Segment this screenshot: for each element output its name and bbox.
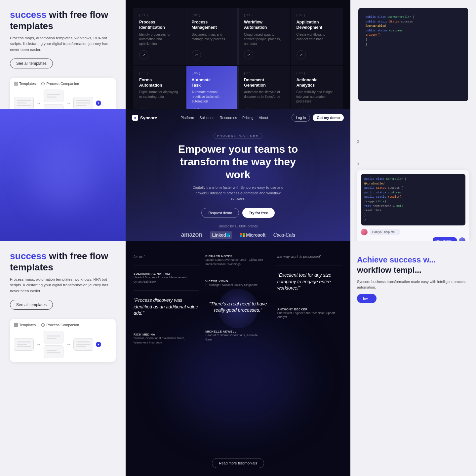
- invest-button[interactable]: Inv...: [357, 294, 377, 303]
- template-card-app-dev[interactable]: { 04 } ApplicationDevelopment Create wor…: [291, 8, 343, 65]
- headline-accent: success: [10, 10, 47, 20]
- top-left-description: Process maps, automation templates, work…: [10, 35, 116, 53]
- bottom-templates-card: Templates Process Companion →: [10, 319, 116, 362]
- step-1-num: 1: [357, 117, 469, 121]
- bottom-flow-box-2: [44, 331, 63, 343]
- syncore-nav-links: Platform Solutions Resources Pricing Abo…: [180, 116, 268, 120]
- numbered-steps: 1 2 3: [357, 117, 469, 166]
- cocacola-logo: Coca-Cola: [273, 232, 295, 238]
- bottom-flow-arrow-2: →: [66, 342, 71, 347]
- divider-3: [134, 326, 199, 326]
- flow-box-4: [73, 97, 93, 109]
- bottom-left-headline: success with free flow templates: [10, 251, 116, 273]
- mid-right-panel: 1 2 3 public class Controller { @AuraEna…: [350, 109, 476, 241]
- syncore-nav-buttons: Log in Get my demo: [292, 114, 344, 122]
- brand-logos: amazon Linkedin Microsoft Coca-Cola: [181, 231, 295, 239]
- code-editor-ide: public class Controller { @AuraEnabled p…: [361, 174, 465, 225]
- author-victor: VICTOR KONG IT Manager, National Gallery…: [205, 280, 270, 287]
- testimonials-section: for us." SULAIMAN AL HATTALI Head of Bus…: [126, 241, 350, 476]
- syncore-hero-content: PROCESS PLATFORM Empower your teams to t…: [126, 126, 350, 241]
- get-demo-button[interactable]: Get my demo: [313, 114, 344, 121]
- template-card-icon-3: ↗: [244, 50, 253, 60]
- top-left-headline: success with free flow templates: [10, 9, 116, 31]
- svg-rect-2: [14, 84, 16, 85]
- template-card-workflow[interactable]: { 03 } WorkflowAutomation Cloud-based ap…: [238, 8, 290, 65]
- testimonial-col-1: for us." SULAIMAN AL HATTALI Head of Bus…: [134, 255, 199, 445]
- featured-quote: "There's a real need to have really good…: [205, 301, 270, 314]
- bottom-tab-templates[interactable]: Templates: [14, 323, 36, 327]
- syncore-hero-section: ■ Syncore Platform Solutions Resources P…: [126, 109, 350, 241]
- author-anthony: ANTHONY BECKER SharePoint Engineer and T…: [277, 308, 342, 319]
- flow-arrow-1: →: [36, 100, 41, 106]
- see-all-button[interactable]: See all templates: [10, 59, 53, 68]
- syncore-logo-icon: ■: [132, 115, 138, 121]
- flow-box-1: [14, 97, 34, 109]
- bottom-flow-box-3: [44, 345, 63, 358]
- divider-2: [134, 290, 199, 291]
- amazon-logo: amazon: [181, 231, 202, 238]
- flow-arrow-2: →: [66, 100, 71, 106]
- hero-subtitle: Digitally transform faster with Syncore'…: [192, 185, 284, 201]
- svg-rect-6: [16, 323, 18, 325]
- bottom-left-description: Process maps, automation templates, work…: [10, 277, 116, 294]
- tab-templates[interactable]: Templates: [14, 82, 36, 86]
- hero-title: Empower your teams to transform the way …: [175, 143, 301, 181]
- chat-bubble-1: Can you help me...: [361, 229, 465, 235]
- step-2-num: 2: [357, 139, 469, 143]
- flow-end-circle: ●: [96, 100, 101, 106]
- syncore-logo: ■ Syncore: [132, 115, 157, 121]
- divider-4: [205, 273, 270, 273]
- achieve-description: Syncore business transformation made eas…: [357, 279, 469, 290]
- template-card-process-id[interactable]: { 01 } ProcessIdentification Identify pr…: [134, 8, 185, 65]
- svg-rect-0: [14, 82, 16, 83]
- step-3-num: 3: [357, 162, 469, 166]
- bottom-see-all-button[interactable]: See all templates: [10, 300, 53, 310]
- hero-buttons: Request demo Try for free: [201, 208, 274, 218]
- author-sulaiman: SULAIMAN AL HATTALI Head of Business Pro…: [134, 272, 199, 284]
- step-1-space: [357, 124, 469, 137]
- read-more-container: Read more testimonials: [134, 453, 342, 468]
- tab-process-companion[interactable]: Process Companion: [41, 82, 79, 86]
- card-header: Templates Process Companion: [14, 82, 112, 86]
- testimonials-grid: for us." SULAIMAN AL HATTALI Head of Bus…: [134, 255, 342, 445]
- bottom-flow-end-circle: ●: [96, 342, 101, 347]
- nav-pricing[interactable]: Pricing: [242, 116, 254, 120]
- bottom-left-panel: success with free flow templates Process…: [0, 241, 126, 476]
- testimonials-content: for us." SULAIMAN AL HATTALI Head of Bus…: [134, 249, 342, 468]
- achieve-success-block: Achieve success w... workflow templ... S…: [357, 255, 469, 303]
- featured-quote-container: "There's a real need to have really good…: [205, 301, 270, 316]
- author-richard: RICHARD NOYES Master Data Governance Lea…: [205, 255, 270, 266]
- mid-left-gradient: [0, 109, 126, 241]
- divider-1: [134, 265, 199, 265]
- bottom-right-panel: Achieve success w... workflow templ... S…: [350, 241, 476, 476]
- nav-about[interactable]: About: [259, 116, 268, 120]
- partial-quote-top: for us.": [134, 255, 199, 258]
- nav-solutions[interactable]: Solutions: [199, 116, 214, 120]
- code-preview-partial: public class UserController { public sta…: [358, 8, 468, 101]
- bottom-tab-process[interactable]: Process Companion: [41, 323, 79, 327]
- author-rick: RICK MEDINA Director, Operational Excell…: [134, 333, 199, 344]
- svg-rect-5: [14, 323, 16, 325]
- read-more-testimonials-button[interactable]: Read more testimonials: [212, 458, 264, 468]
- bottom-flow-diagram: → → ●: [14, 331, 112, 358]
- login-button[interactable]: Log in: [292, 114, 310, 122]
- bottom-card-header: Templates Process Companion: [14, 323, 112, 327]
- bottom-flow-box-4: [73, 338, 93, 351]
- chat-text-1: Can you help me...: [370, 229, 400, 235]
- template-card-process-mgmt[interactable]: { 02 } ProcessManagement Document, map, …: [186, 8, 238, 65]
- request-demo-button[interactable]: Request demo: [201, 208, 239, 218]
- try-for-free-button[interactable]: Try for free: [242, 208, 274, 218]
- syncore-navbar: ■ Syncore Platform Solutions Resources P…: [126, 109, 350, 126]
- nav-resources[interactable]: Resources: [219, 116, 237, 120]
- top-right-panel: public class UserController { public sta…: [350, 0, 476, 109]
- testimonial-col-2: RICHARD NOYES Master Data Governance Lea…: [205, 255, 270, 445]
- template-card-icon-4: ↗: [297, 50, 306, 60]
- template-card-icon-2: ↗: [192, 50, 201, 60]
- chat-avatar-1: [361, 229, 368, 235]
- svg-rect-1: [16, 82, 18, 83]
- svg-rect-7: [14, 325, 16, 327]
- nav-platform[interactable]: Platform: [180, 116, 194, 120]
- code-editor-partial: public class UserController { public sta…: [362, 12, 464, 52]
- top-left-panel: success with free flow templates Process…: [0, 0, 126, 109]
- bottom-flow-box-1: [14, 338, 34, 351]
